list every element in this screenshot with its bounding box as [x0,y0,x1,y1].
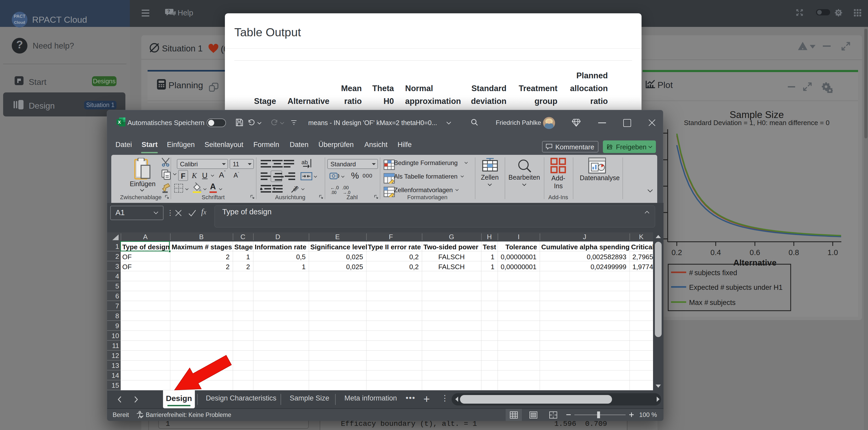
svg-text:?: ? [167,9,170,14]
svg-text:Max # subjects: Max # subjects [689,299,736,306]
svg-text:.00: .00 [331,190,336,195]
svg-text:0.4: 0.4 [711,248,721,257]
svg-text:0.2: 0.2 [672,248,682,257]
svg-text:X: X [118,120,121,125]
svg-text:ab: ab [302,159,308,166]
svg-text:Alternative: Alternative [733,258,776,267]
svg-text:←.0: ←.0 [330,185,339,190]
svg-text:0.6: 0.6 [750,248,760,257]
svg-text:0.8: 0.8 [788,248,799,257]
svg-text:1.0: 1.0 [828,248,838,257]
svg-text:Expected # subjects under H1: Expected # subjects under H1 [689,284,783,291]
svg-text:.00: .00 [342,185,349,190]
svg-text:# subjects fixed: # subjects fixed [689,269,737,277]
svg-text:→.0: →.0 [343,190,350,195]
